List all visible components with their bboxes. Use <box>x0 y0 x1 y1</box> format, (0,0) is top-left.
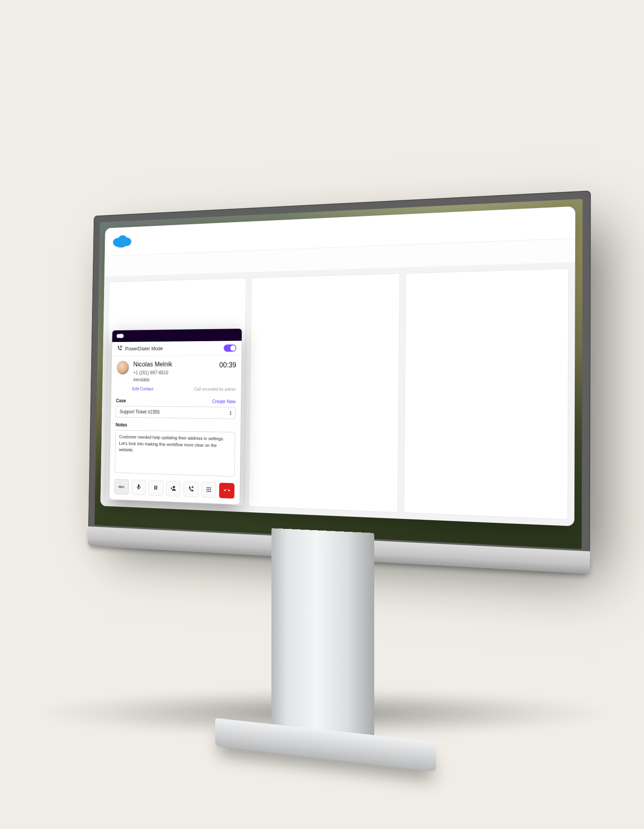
select-stepper-icon: ▲▼ <box>229 410 232 416</box>
contact-row: Nicolas Melnik +1 (201) 897-6510 Aerolab… <box>111 355 242 385</box>
transfer-button[interactable] <box>184 482 199 497</box>
monitor-stand-neck <box>271 528 374 752</box>
svg-point-17 <box>210 491 211 492</box>
scene: PowerDialer Mode Nicolas Melnik +1 (201)… <box>61 203 583 543</box>
right-panel <box>404 268 569 519</box>
recording-notice: Call recorded by admin <box>194 387 236 392</box>
salesforce-window: PowerDialer Mode Nicolas Melnik +1 (201)… <box>100 206 575 526</box>
transfer-icon <box>188 485 194 494</box>
desktop-wallpaper: PowerDialer Mode Nicolas Melnik +1 (201)… <box>94 199 583 549</box>
svg-point-14 <box>210 489 211 490</box>
notes-label: Notes <box>116 422 127 428</box>
svg-rect-7 <box>156 485 157 490</box>
contact-company: Aerolabs <box>133 377 215 383</box>
svg-point-5 <box>120 346 121 347</box>
powerdialer-toggle[interactable] <box>224 344 237 351</box>
monitor: PowerDialer Mode Nicolas Melnik +1 (201)… <box>88 191 591 558</box>
dialer-mode-row: PowerDialer Mode <box>112 341 242 356</box>
dialer-mode-left: PowerDialer Mode <box>117 345 163 353</box>
call-controls: REC <box>109 474 240 504</box>
notes-section-head: Notes <box>116 422 235 429</box>
case-selected: Support Ticket #2355 <box>120 409 160 414</box>
monitor-bezel: PowerDialer Mode Nicolas Melnik +1 (201)… <box>88 191 591 558</box>
notes-section: Notes Customer needed help updating thei… <box>110 419 241 479</box>
record-label: REC <box>119 485 124 489</box>
contact-phone: +1 (201) 897-6510 <box>133 370 215 376</box>
record-button[interactable]: REC <box>114 479 129 494</box>
svg-point-10 <box>208 487 210 488</box>
add-person-icon <box>170 485 177 493</box>
dialpad-button[interactable] <box>201 482 217 498</box>
contact-actions: Edit Contact Call recorded by admin <box>111 385 241 396</box>
phone-settings-icon <box>117 345 123 352</box>
case-section-head: Case Create New <box>116 398 236 405</box>
mute-button[interactable] <box>131 480 146 495</box>
call-timer: 00:39 <box>219 361 236 369</box>
svg-point-15 <box>206 490 208 492</box>
dialer-header <box>112 329 242 342</box>
hangup-button[interactable] <box>219 482 235 499</box>
center-panel <box>249 273 400 512</box>
dialer-panel: PowerDialer Mode Nicolas Melnik +1 (201)… <box>109 329 242 504</box>
pause-icon <box>153 484 159 492</box>
add-participant-button[interactable] <box>166 481 181 497</box>
case-section: Case Create New Support Ticket #2355 ▲▼ <box>111 395 241 421</box>
svg-point-11 <box>210 487 211 488</box>
case-label: Case <box>116 398 126 403</box>
dialpad-logo-icon <box>116 333 125 339</box>
svg-point-9 <box>207 487 208 488</box>
dialer-mode-label: PowerDialer Mode <box>125 345 163 351</box>
contact-main: Nicolas Melnik +1 (201) 897-6510 Aerolab… <box>133 360 215 383</box>
svg-point-13 <box>208 489 210 490</box>
contact-avatar <box>116 361 129 375</box>
hold-button[interactable] <box>148 480 163 496</box>
svg-point-16 <box>208 490 209 492</box>
create-case-link[interactable]: Create New <box>212 399 236 405</box>
dialpad-icon <box>206 486 212 494</box>
edit-contact-link[interactable]: Edit Contact <box>132 386 153 391</box>
svg-point-12 <box>207 489 208 490</box>
microphone-icon <box>136 483 142 492</box>
hangup-icon <box>223 486 230 495</box>
svg-rect-6 <box>155 485 155 490</box>
contact-name: Nicolas Melnik <box>133 360 215 368</box>
svg-point-8 <box>173 486 175 488</box>
case-select[interactable]: Support Ticket #2355 ▲▼ <box>116 406 235 419</box>
notes-textarea[interactable]: Customer needed help updating their addr… <box>115 430 235 477</box>
salesforce-cloud-icon <box>111 233 132 250</box>
